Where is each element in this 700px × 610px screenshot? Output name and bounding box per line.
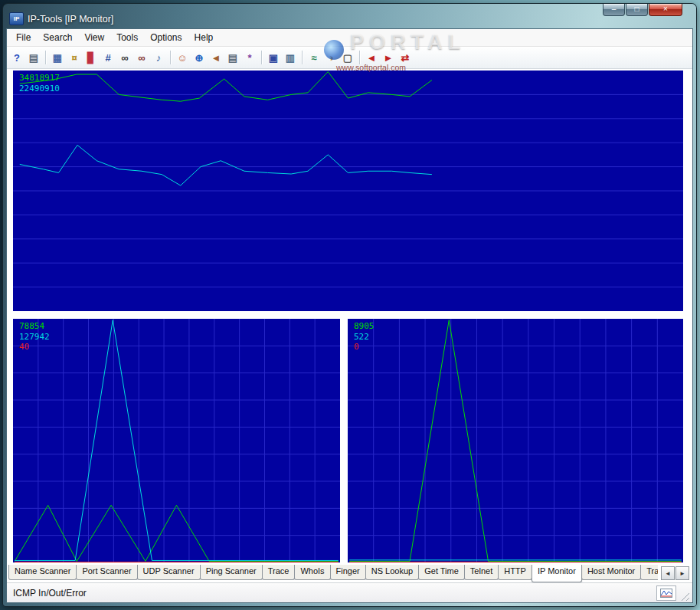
tab-whois[interactable]: WhoIs [294, 565, 330, 580]
menu-item-help[interactable]: Help [188, 30, 220, 45]
statusbar: ICMP In/Out/Error [7, 582, 692, 602]
chart-label-error: 0 [354, 342, 375, 353]
traffic-history-labels: 3481891722490910 [19, 73, 60, 93]
title-area: IP IP-Tools [IP Monitor] [9, 12, 113, 25]
prev-icon[interactable]: ◄ [364, 50, 379, 65]
menu-item-options[interactable]: Options [144, 30, 188, 45]
tab-telnet[interactable]: Telnet [464, 565, 499, 580]
toolbar-separator [170, 51, 171, 64]
graph-icon[interactable]: ≈ [306, 50, 322, 65]
tabstrip: Name ScannerPort ScannerUDP ScannerPing … [7, 565, 692, 582]
tab-host-monitor[interactable]: Host Monitor [581, 565, 641, 580]
tab-scroll-left-button[interactable]: ◄ [661, 566, 675, 580]
tab-get-time[interactable]: Get Time [418, 565, 465, 580]
traffic-history-plot [13, 71, 683, 311]
close-button[interactable]: × [649, 4, 682, 16]
toolbar-separator [45, 51, 46, 64]
chart-label-out: 522 [354, 332, 375, 343]
tab-port-scanner[interactable]: Port Scanner [76, 565, 137, 580]
chart-label-out: 127942 [19, 332, 50, 343]
chart-label-out: 22490910 [19, 84, 60, 94]
bottom-charts-row: 7885412794240 89055220 [13, 319, 683, 562]
interface-icon[interactable]: # [100, 50, 116, 65]
print-icon[interactable]: ▤ [26, 50, 41, 65]
menubar: FileSearchViewToolsOptionsHelp [7, 29, 692, 47]
icmp-left-labels: 7885412794240 [19, 321, 50, 353]
report-icon[interactable]: ▥ [283, 50, 298, 65]
menu-item-search[interactable]: Search [37, 30, 78, 45]
tab-udp-scanner[interactable]: UDP Scanner [137, 565, 201, 580]
mini-chart-icon [660, 589, 672, 598]
chart-label-error: 40 [19, 342, 50, 353]
settings-icon[interactable]: * [242, 50, 257, 65]
tab-scroll-buttons: ◄ ► [661, 566, 689, 580]
menu-item-tools[interactable]: Tools [110, 30, 144, 45]
icmp-right-plot [348, 319, 683, 562]
find-icon[interactable]: ∞ [117, 50, 132, 65]
sound-icon[interactable]: ♪ [151, 50, 166, 65]
client-area: FileSearchViewToolsOptionsHelp ?▤▦¤▊#∞∞♪… [6, 28, 693, 603]
exit-icon[interactable]: ◄ [208, 50, 224, 65]
log-icon[interactable]: ▢ [340, 50, 355, 65]
statistics-icon[interactable]: ▊ [83, 50, 99, 65]
help-icon[interactable]: ? [9, 50, 25, 65]
toolbar-separator [302, 51, 303, 64]
window-title: IP-Tools [IP Monitor] [28, 14, 113, 25]
ip-tools-window: IP IP-Tools [IP Monitor] – □ × FileSearc… [3, 4, 696, 606]
icmp-right-labels: 89055220 [354, 321, 375, 353]
chart-label-in: 78854 [19, 321, 50, 332]
app-icon: IP [9, 12, 24, 25]
chart-area: 3481891722490910 7885412794240 89055220 [7, 69, 692, 565]
tab-ip-monitor[interactable]: IP Monitor [532, 565, 582, 582]
connection-list-icon[interactable]: ▦ [50, 50, 65, 65]
monitor-icon[interactable]: ▣ [266, 50, 281, 65]
chart-label-in: 34818917 [19, 73, 60, 84]
tab-ns-lookup[interactable]: NS Lookup [365, 565, 419, 580]
tab-http[interactable]: HTTP [498, 565, 532, 580]
icmp-right-chart: 89055220 [348, 319, 683, 562]
resize-grip[interactable] [679, 591, 689, 601]
minimize-button[interactable]: – [603, 4, 625, 16]
chart-label-in: 8905 [354, 321, 375, 332]
find-host-icon[interactable]: ∞ [134, 50, 149, 65]
menu-item-view[interactable]: View [78, 30, 110, 45]
maximize-button[interactable]: □ [626, 4, 648, 16]
toolbar-separator [359, 51, 360, 64]
tab-finger[interactable]: Finger [330, 565, 366, 580]
web-icon[interactable]: ⊕ [191, 50, 207, 65]
titlebar[interactable]: IP IP-Tools [IP Monitor] – □ × [6, 4, 693, 28]
tab-trace[interactable]: Trace [262, 565, 296, 580]
next-icon[interactable]: ► [381, 50, 396, 65]
status-chart-button[interactable] [656, 585, 676, 601]
tab-trap-watche[interactable]: Trap Watche [640, 565, 658, 580]
icmp-left-plot [13, 319, 340, 562]
traffic-history-chart: 3481891722490910 [13, 71, 683, 311]
key-icon[interactable]: ¤ [67, 50, 82, 65]
clients-icon[interactable]: ☺ [175, 50, 190, 65]
print-report-icon[interactable]: ▤ [225, 50, 240, 65]
icmp-left-chart: 7885412794240 [13, 319, 340, 562]
status-text: ICMP In/Out/Error [10, 588, 653, 599]
toolbar: ?▤▦¤▊#∞∞♪☺⊕◄▤*▣▥≈◑▢◄►⇄ [7, 47, 692, 69]
window-controls: – □ × [603, 4, 682, 16]
tab-list: Name ScannerPort ScannerUDP ScannerPing … [8, 565, 658, 582]
pie-chart-icon[interactable]: ◑ [323, 50, 339, 65]
tab-scroll-right-button[interactable]: ► [675, 566, 689, 580]
tab-ping-scanner[interactable]: Ping Scanner [200, 565, 263, 580]
swap-icon[interactable]: ⇄ [397, 50, 413, 65]
toolbar-separator [261, 51, 262, 64]
menu-item-file[interactable]: File [10, 30, 37, 45]
tab-name-scanner[interactable]: Name Scanner [8, 565, 77, 580]
